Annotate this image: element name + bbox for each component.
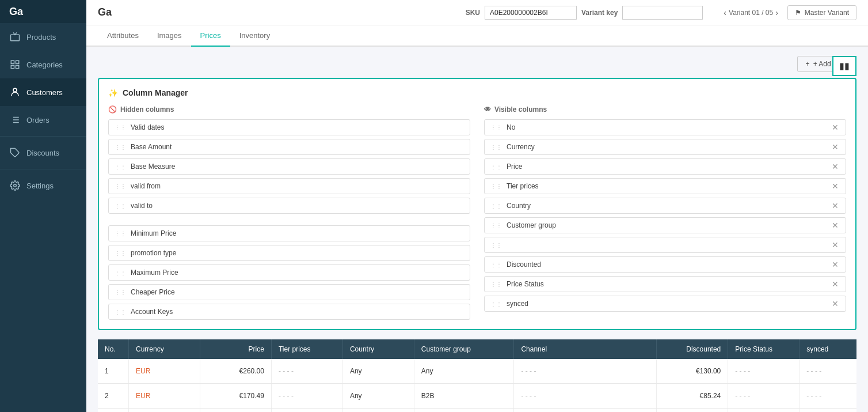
cell-pricestatus-3: - - - -	[728, 409, 800, 413]
next-variant-btn[interactable]: ›	[775, 8, 778, 17]
table-row[interactable]: 1 EUR €260.00 - - - - Any Any	[98, 359, 856, 384]
drag-handle-icon: ⋮⋮	[115, 144, 126, 150]
visible-col-no[interactable]: ⋮⋮ No ✕	[484, 119, 846, 135]
drag-handle-icon: ⋮⋮	[115, 230, 126, 237]
drag-handle-icon: ⋮⋮	[490, 203, 502, 209]
cell-synced-1: - - - -	[800, 359, 856, 384]
cell-pricestatus-2: - - - -	[728, 384, 800, 409]
hidden-col-base-measure[interactable]: ⋮⋮ Base Measure	[108, 158, 470, 175]
sidebar-item-customers[interactable]: Customers	[0, 78, 86, 106]
th-tier-prices: Tier prices	[271, 339, 342, 359]
sidebar-item-customers-label: Customers	[26, 88, 63, 97]
sidebar-item-products-label: Products	[26, 33, 56, 41]
hidden-col-maximum-price[interactable]: ⋮⋮ Maximum Price	[108, 264, 470, 281]
tab-inventory[interactable]: Inventory	[230, 25, 279, 47]
remove-col-synced-btn[interactable]: ✕	[831, 300, 840, 308]
visible-col-currency[interactable]: ⋮⋮ Currency ✕	[484, 139, 846, 155]
sidebar-logo: Ga	[0, 0, 86, 23]
drag-handle-icon: ⋮⋮	[115, 309, 126, 315]
cell-price-3: $260.00	[200, 409, 271, 413]
remove-col-tier-btn[interactable]: ✕	[831, 182, 840, 190]
remove-col-currency-btn[interactable]: ✕	[831, 143, 840, 151]
remove-col-pricestatus-btn[interactable]: ✕	[831, 280, 840, 288]
column-manager-toggle-btn[interactable]: ▮▮	[832, 56, 856, 76]
hidden-col-valid-from[interactable]: ⋮⋮ valid from	[108, 178, 470, 194]
visible-col-price-status[interactable]: ⋮⋮ Price Status ✕	[484, 276, 846, 292]
hidden-col-base-amount[interactable]: ⋮⋮ Base Amount	[108, 139, 470, 155]
list-icon	[9, 114, 21, 126]
hidden-col-account-keys[interactable]: ⋮⋮ Account Keys	[108, 304, 470, 320]
toolbar-row: ▮▮ + + Add price	[98, 56, 856, 72]
remove-col-price-btn[interactable]: ✕	[831, 162, 840, 171]
cell-synced-3: - - - -	[800, 409, 856, 413]
remove-col-country-btn[interactable]: ✕	[831, 202, 840, 210]
sidebar-item-discounts[interactable]: Discounts	[0, 139, 86, 167]
tab-attributes[interactable]: Attributes	[98, 25, 148, 47]
hidden-col-promotion-type[interactable]: ⋮⋮ promotion type	[108, 245, 470, 261]
cell-country-3: Any	[342, 409, 414, 413]
sidebar-item-products[interactable]: Products	[0, 23, 86, 51]
box-icon	[9, 31, 21, 43]
table-row[interactable]: 3 USD $260.00 - - - - Any Any	[98, 409, 856, 413]
variant-key-input[interactable]	[622, 6, 703, 20]
visible-col-empty[interactable]: ⋮⋮ ✕	[484, 237, 846, 253]
master-variant-button[interactable]: ⚑ Master Variant	[787, 5, 856, 20]
hidden-col-cheaper-price[interactable]: ⋮⋮ Cheaper Price	[108, 284, 470, 300]
sidebar-item-categories[interactable]: Categories	[0, 51, 86, 78]
topbar: Ga SKU Variant key ‹ Variant 01 / 05 › ⚑…	[86, 0, 868, 25]
drag-handle-icon: ⋮⋮	[490, 281, 502, 288]
svg-point-13	[14, 184, 17, 187]
sidebar-item-settings[interactable]: Settings	[0, 172, 86, 199]
cell-tier-1: - - - -	[271, 359, 342, 384]
visible-col-synced[interactable]: ⋮⋮ synced ✕	[484, 296, 846, 312]
sidebar-divider-2	[0, 169, 86, 169]
hidden-columns-section: 🚫 Hidden columns ⋮⋮ Valid dates ⋮⋮ Base …	[108, 105, 470, 320]
gear-icon	[9, 180, 21, 191]
cell-channel-3: - - - -	[514, 409, 657, 413]
cell-channel-2: - - - -	[514, 384, 657, 409]
drag-handle-icon: ⋮⋮	[490, 144, 502, 150]
cell-currency-3: USD	[129, 409, 200, 413]
remove-col-discounted-btn[interactable]: ✕	[831, 260, 840, 269]
cell-currency-2: EUR	[129, 384, 200, 409]
visible-columns-section: 👁 Visible columns ⋮⋮ No ✕ ⋮⋮ Currency ✕	[484, 105, 846, 320]
tab-images[interactable]: Images	[148, 25, 191, 47]
visible-col-tier-prices[interactable]: ⋮⋮ Tier prices ✕	[484, 178, 846, 194]
sidebar-item-discounts-label: Discounts	[26, 149, 59, 157]
visible-col-discounted[interactable]: ⋮⋮ Discounted ✕	[484, 256, 846, 273]
table-row[interactable]: 2 EUR €170.49 - - - - Any B2B	[98, 384, 856, 409]
remove-col-no-btn[interactable]: ✕	[831, 123, 840, 131]
visible-col-price[interactable]: ⋮⋮ Price ✕	[484, 158, 846, 175]
eye-slash-icon: 🚫	[108, 105, 117, 114]
drag-handle-icon: ⋮⋮	[490, 301, 502, 307]
drag-handle-icon: ⋮⋮	[115, 250, 126, 256]
sku-input[interactable]	[485, 6, 577, 20]
remove-col-custgroup-btn[interactable]: ✕	[831, 221, 840, 229]
th-customer-group: Customer group	[414, 339, 514, 359]
tab-prices[interactable]: Prices	[191, 25, 230, 47]
svg-rect-2	[16, 61, 19, 63]
remove-col-empty-btn[interactable]: ✕	[831, 241, 840, 249]
columns-icon: ▮▮	[839, 61, 850, 71]
sidebar-item-orders-label: Orders	[26, 116, 50, 124]
drag-handle-icon: ⋮⋮	[490, 262, 502, 268]
cell-country-1: Any	[342, 359, 414, 384]
cell-discounted-1: €130.00	[657, 359, 728, 384]
column-manager-title: ✨ Column Manager	[108, 88, 846, 97]
cell-synced-2: - - - -	[800, 384, 856, 409]
drag-handle-icon: ⋮⋮	[490, 222, 502, 229]
prev-variant-btn[interactable]: ‹	[724, 8, 726, 17]
tabs-bar: Attributes Images Prices Inventory	[86, 25, 868, 47]
hidden-col-valid-to[interactable]: ⋮⋮ valid to	[108, 198, 470, 214]
drag-handle-icon: ⋮⋮	[115, 203, 126, 209]
drag-handle-icon: ⋮⋮	[490, 183, 502, 190]
master-variant-label: Master Variant	[805, 9, 849, 17]
hidden-col-valid-dates[interactable]: ⋮⋮ Valid dates	[108, 119, 470, 135]
sidebar-divider	[0, 136, 86, 137]
svg-point-5	[13, 88, 17, 92]
visible-col-country[interactable]: ⋮⋮ Country ✕	[484, 198, 846, 214]
hidden-col-minimum-price[interactable]: ⋮⋮ Minimum Price	[108, 225, 470, 241]
visible-col-customer-group[interactable]: ⋮⋮ Customer group ✕	[484, 217, 846, 233]
sidebar-item-orders[interactable]: Orders	[0, 106, 86, 134]
drag-handle-icon: ⋮⋮	[115, 183, 126, 190]
